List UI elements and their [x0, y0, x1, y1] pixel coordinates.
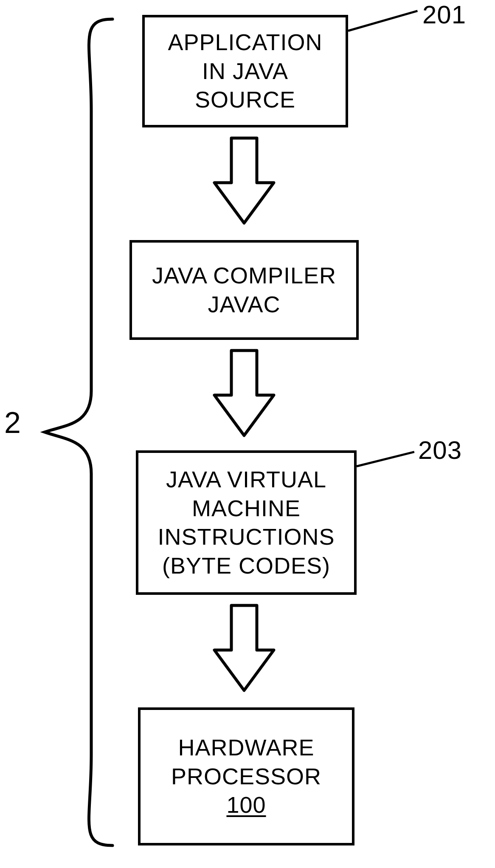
diagram-canvas: 2 APPLICATION IN JAVA SOURCE 201 JAVA CO…: [0, 0, 495, 868]
box3-line1: JAVA VIRTUAL: [166, 465, 326, 494]
box4-ref: 100: [226, 791, 266, 820]
group-brace: [36, 17, 117, 848]
box1-line3: SOURCE: [195, 85, 295, 114]
box-hardware-processor: HARDWARE PROCESSOR 100: [138, 707, 354, 845]
callout-line-203: [356, 451, 414, 467]
box3-line4: (BYTE CODES): [162, 551, 330, 580]
box2-line1: JAVA COMPILER: [152, 261, 336, 290]
box-jvm-bytecodes: JAVA VIRTUAL MACHINE INSTRUCTIONS (BYTE …: [136, 450, 357, 595]
arrow-3: [212, 603, 276, 695]
box2-line2: JAVAC: [208, 290, 280, 319]
box1-line1: APPLICATION: [168, 28, 322, 57]
box-application-java-source: APPLICATION IN JAVA SOURCE: [142, 15, 348, 127]
box1-line2: IN JAVA: [202, 57, 288, 86]
box3-line3: INSTRUCTIONS: [158, 523, 335, 551]
callout-line-201: [348, 10, 418, 32]
box3-line2: MACHINE: [192, 494, 301, 523]
box-java-compiler: JAVA COMPILER JAVAC: [129, 240, 359, 340]
box4-line2: PROCESSOR: [171, 762, 321, 791]
box4-line1: HARDWARE: [178, 733, 314, 762]
callout-203: 203: [418, 438, 462, 463]
arrow-2: [212, 348, 276, 440]
arrow-1: [212, 136, 276, 227]
callout-201: 201: [422, 2, 466, 28]
figure-group-label: 2: [4, 408, 21, 438]
